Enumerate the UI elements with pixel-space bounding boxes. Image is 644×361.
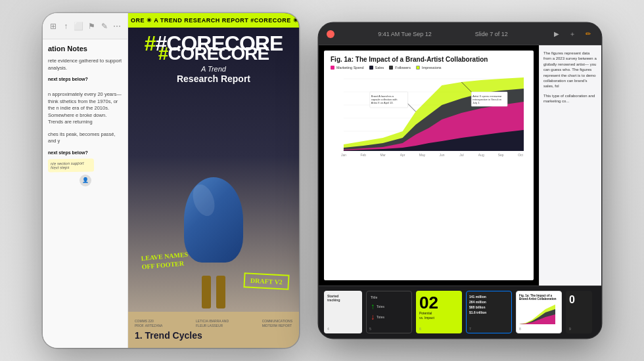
avatar: 👤	[80, 175, 91, 186]
annotation-draft: DRAFT V2	[244, 272, 290, 290]
thumb-6-num: 6	[419, 327, 421, 331]
presenter-notes: The figures represent data from a 2023 s…	[539, 45, 601, 286]
slide-strip: Startedtracking 4 Title ↑ Totes ↓	[319, 286, 601, 338]
slide-thumb-7[interactable]: 141 million264 million$68 billion$1.6 tr…	[466, 291, 512, 333]
thumb-8-content: Fig. 1a: The Impact of a Brand-Artist Co…	[517, 291, 561, 333]
slide-thumb-6[interactable]: 02 Potentialvs. Impact 6	[416, 291, 462, 333]
figure-leg-right	[216, 276, 225, 308]
arrow-down-icon: ↓	[371, 312, 375, 322]
export-icon[interactable]: ⬜	[73, 20, 85, 32]
credit-left: COMMS 220PROF. ARTEZANA	[135, 319, 162, 328]
stats-content: 141 million264 million$68 billion$1.6 tr…	[469, 294, 509, 315]
keynote-main: Fig. 1a: The Impact of a Brand-Artist Co…	[319, 45, 601, 286]
keynote-titlebar: 9:41 AM Tue Sep 12 Slide 7 of 12 ▶ ＋ ✏	[319, 23, 601, 45]
big-num-02: 02	[419, 294, 459, 311]
slide-view: Fig. 1a: The Impact of a Brand-Artist Co…	[319, 45, 539, 286]
chart-area: Jan Feb Mar Apr May Jun Jul Aug Sep Oct	[331, 72, 527, 158]
svg-text:Feb: Feb	[361, 153, 367, 157]
credit-center: LETICIA IBARRA ANDFLEUR LASSEUR	[196, 319, 229, 328]
mag-ticker: ORE ✳ A TREND RESEARCH REPORT #CORECORE …	[128, 13, 299, 28]
grid-icon[interactable]: ⊞	[47, 20, 59, 32]
legend-dot-impressions	[416, 66, 420, 70]
mag-body: ##CORECORE #CORECORE A Trend Research Re…	[128, 28, 299, 348]
notes-text-3: ches its peak, becomes passé, and y	[48, 131, 122, 145]
share-icon[interactable]: ↑	[60, 20, 72, 32]
thumb-4-content: Startedtracking	[325, 291, 361, 333]
mag-figure	[174, 177, 253, 308]
svg-text:Sep: Sep	[498, 153, 504, 157]
figure-body	[187, 177, 240, 295]
legend-label-impressions: Impressions	[422, 66, 442, 70]
thumb-9-num: 9	[569, 327, 571, 331]
sticky-note: n/e section support Next steps	[48, 158, 94, 172]
more-icon[interactable]: ⋯	[111, 20, 123, 32]
svg-text:Jun: Jun	[439, 153, 444, 157]
subtitle-1: A Trend	[128, 64, 299, 74]
svg-text:Oct: Oct	[518, 153, 523, 157]
figure-legs	[202, 276, 225, 308]
notes-content: rete evidence gathered to support analys…	[43, 55, 127, 348]
svg-text:Aug: Aug	[478, 153, 484, 157]
trend-down-text: Totes	[377, 315, 384, 319]
legend-sales: Sales	[369, 66, 384, 70]
mini-chart-svg	[519, 301, 555, 324]
slide-thumb-8[interactable]: Fig. 1a: The Impact of a Brand-Artist Co…	[516, 291, 562, 333]
tablet-left: ⊞ ↑ ⬜ ⚑ ✎ ⋯ ation Notes rete evidence ga…	[43, 13, 299, 348]
credit-right: COMMUNICATIONSMIDTERM REPORT	[262, 319, 292, 328]
thumb-5-num: 5	[369, 327, 371, 331]
ticker-text: ORE ✳ A TREND RESEARCH REPORT #CORECORE …	[128, 17, 299, 24]
legend-marketing: Marketing Spend	[331, 66, 364, 70]
chart-svg: Jan Feb Mar Apr May Jun Jul Aug Sep Oct	[331, 72, 527, 158]
slide-9-content: 0	[569, 294, 589, 306]
legend-dot-sales	[369, 66, 373, 70]
svg-text:Mar: Mar	[380, 153, 386, 157]
svg-text:Apr: Apr	[400, 153, 405, 157]
add-slide-icon[interactable]: ＋	[567, 29, 578, 39]
keynote-tools: ▶ ＋ ✏	[551, 29, 593, 39]
legend-impressions: Impressions	[416, 66, 442, 70]
notes-text-1: rete evidence gathered to support analys…	[48, 58, 122, 72]
magazine-panel: ORE ✳ A TREND RESEARCH REPORT #CORECORE …	[128, 13, 299, 348]
presenter-note-2: This type of collaboration and marketing…	[543, 93, 597, 104]
presenter-note-1: The figures represent data from a 2023 s…	[543, 51, 597, 89]
present-icon[interactable]: ▶	[551, 29, 562, 39]
sticky-text: n/e section support Next steps	[51, 161, 91, 169]
thumb-7-num: 7	[469, 327, 471, 331]
svg-text:Jan: Jan	[341, 153, 346, 157]
compose-icon[interactable]: ✎	[99, 20, 110, 32]
close-button[interactable]	[327, 30, 334, 38]
thumb-7-content: 141 million264 million$68 billion$1.6 tr…	[467, 291, 511, 333]
next-steps-label-2: next steps below?	[48, 150, 122, 155]
chart-thumb-title: Fig. 1a: The Impact of a Brand-Artist Co…	[519, 294, 559, 301]
arrow-up-icon: ↑	[371, 302, 375, 311]
legend-label-sales: Sales	[375, 66, 384, 70]
slide-thumb-4[interactable]: Startedtracking 4	[324, 291, 362, 333]
svg-text:Jul: Jul	[459, 153, 463, 157]
tablet-right: 9:41 AM Tue Sep 12 Slide 7 of 12 ▶ ＋ ✏ F…	[319, 23, 601, 338]
mag-credits: COMMS 220PROF. ARTEZANA LETICIA IBARRA A…	[135, 319, 292, 328]
pencil-icon[interactable]: ✏	[583, 29, 593, 39]
potential-label: Potentialvs. Impact	[419, 311, 459, 320]
chart-legend: Marketing Spend Sales Followers Imp	[324, 66, 534, 70]
scene: ⊞ ↑ ⬜ ⚑ ✎ ⋯ ation Notes rete evidence ga…	[0, 0, 644, 361]
figure-leg-left	[202, 276, 211, 308]
legend-dot-marketing	[331, 66, 334, 70]
slide-thumb-9[interactable]: 0 9	[566, 291, 592, 333]
slide-thumb-5[interactable]: Title ↑ Totes ↓ Totes 5	[366, 291, 412, 333]
flag-icon[interactable]: ⚑	[85, 20, 97, 32]
next-steps-label-1: next steps below?	[48, 77, 122, 81]
svg-text:July 1: July 1	[472, 101, 480, 104]
legend-followers: Followers	[389, 66, 411, 70]
slide-info: Slide 7 of 12	[475, 31, 508, 37]
slide-canvas: Fig. 1a: The Impact of a Brand-Artist Co…	[324, 51, 534, 280]
figure-bag	[184, 177, 243, 263]
window-controls	[327, 30, 334, 38]
legend-label-marketing: Marketing Spend	[336, 66, 364, 70]
status-time: 9:41 AM Tue Sep 12	[378, 31, 432, 37]
svg-text:May: May	[419, 153, 426, 157]
mag-footer: COMMS 220PROF. ARTEZANA LETICIA IBARRA A…	[128, 312, 299, 348]
notes-toolbar: ⊞ ↑ ⬜ ⚑ ✎ ⋯	[43, 13, 127, 39]
notes-text-2: n approximately every 20 years—think sth…	[48, 91, 122, 126]
subtitle-2: Research Report	[128, 74, 299, 85]
thumb-8-num: 8	[519, 327, 521, 331]
